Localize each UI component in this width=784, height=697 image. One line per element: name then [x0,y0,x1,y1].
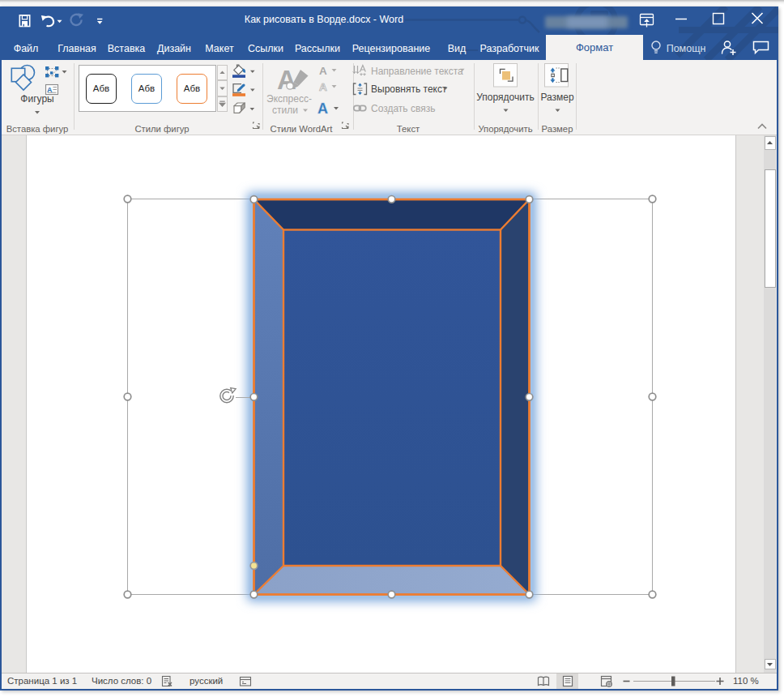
svg-text:А: А [319,81,327,93]
svg-text:А: А [277,65,296,95]
svg-text:А: А [317,100,328,117]
svg-text:А: А [319,65,327,77]
